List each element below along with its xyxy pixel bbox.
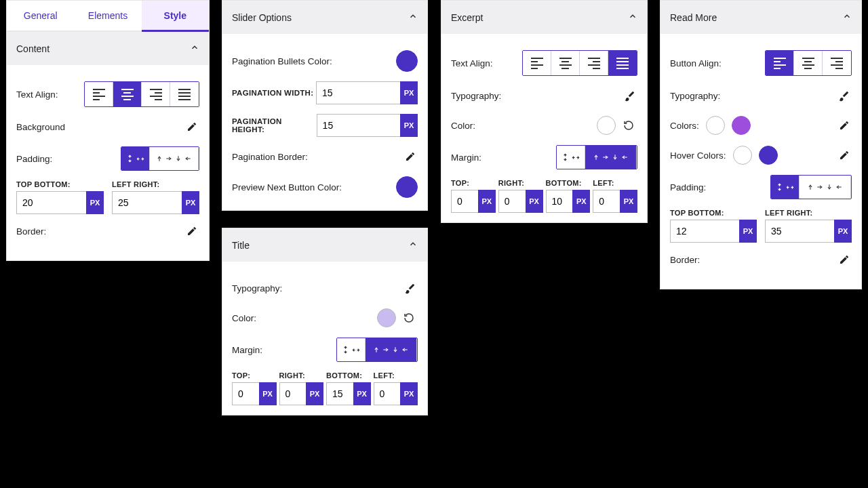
button-align-label: Button Align: (670, 58, 722, 68)
align-left-button[interactable] (766, 51, 794, 75)
excerpt-align-group (522, 50, 637, 76)
readmore-padding-tb-field[interactable] (670, 220, 739, 243)
tab-elements[interactable]: Elements (74, 1, 141, 30)
title-typo-label: Typography: (232, 283, 282, 293)
padding-linked-button[interactable] (121, 147, 150, 170)
margin-linked-button[interactable] (557, 146, 585, 169)
readmore-padding-label: Padding: (670, 182, 706, 192)
margin-linked-button[interactable] (337, 338, 366, 361)
margin-unlinked-button[interactable] (366, 338, 417, 361)
colors-label: Colors: (670, 121, 699, 131)
title-margin-left-field[interactable] (374, 382, 401, 405)
align-right-button[interactable] (580, 51, 608, 75)
hover-a-swatch[interactable] (733, 146, 752, 165)
content-header[interactable]: Content (7, 32, 209, 65)
readmore-header[interactable]: Read More (660, 1, 861, 34)
colors-a-swatch[interactable] (706, 116, 725, 135)
unit-px-button[interactable]: PX (400, 382, 418, 405)
excerpt-margin-right-field[interactable] (498, 190, 526, 213)
hover-b-swatch[interactable] (759, 146, 778, 165)
unit-px-button[interactable]: PX (620, 190, 637, 213)
unit-px-button[interactable]: PX (478, 190, 496, 213)
align-center-button[interactable] (551, 51, 580, 75)
align-center-button[interactable] (794, 51, 823, 75)
unit-px-button[interactable]: PX (400, 114, 418, 137)
unit-px-button[interactable]: PX (739, 220, 757, 243)
pagination-border-label: Pagination Border: (232, 152, 308, 162)
unit-px-button[interactable]: PX (400, 81, 418, 104)
align-center-button[interactable] (113, 82, 142, 106)
title-margin-bottom-field[interactable] (326, 382, 353, 405)
next-button-color-swatch[interactable] (396, 176, 418, 198)
margin-right-label: RIGHT: (279, 371, 324, 380)
margin-unlinked-button[interactable] (585, 146, 637, 169)
unit-px-button[interactable]: PX (259, 382, 277, 405)
tab-style[interactable]: Style (142, 1, 209, 32)
excerpt-margin-top-field[interactable] (451, 190, 478, 213)
pagination-height-field[interactable] (317, 114, 400, 137)
button-align-group (765, 50, 852, 76)
brush-icon[interactable] (837, 88, 852, 103)
align-left-button[interactable] (523, 51, 551, 75)
bullets-color-swatch[interactable] (396, 50, 418, 72)
pencil-icon[interactable] (837, 118, 852, 133)
margin-top-label: TOP: (451, 179, 496, 187)
align-justify-button[interactable] (608, 51, 637, 75)
align-left-button[interactable] (85, 82, 113, 106)
padding-tb-field[interactable] (16, 191, 86, 214)
excerpt-header[interactable]: Excerpt (441, 1, 647, 34)
excerpt-color-swatch[interactable] (597, 116, 616, 135)
padding-tb-input: PX (16, 191, 104, 214)
slider-header[interactable]: Slider Options (222, 1, 427, 34)
title-margin-right-field[interactable] (279, 382, 307, 405)
padding-unlinked-button[interactable] (150, 147, 199, 170)
unit-px-button[interactable]: PX (182, 191, 199, 214)
padding-lr-field[interactable] (112, 191, 182, 214)
title-header[interactable]: Title (222, 228, 427, 262)
brush-icon[interactable] (403, 281, 418, 296)
readmore-border-label: Border: (670, 255, 700, 265)
pagination-height-input: PX (317, 114, 418, 137)
pagination-width-field[interactable] (316, 81, 400, 104)
unit-px-button[interactable]: PX (86, 191, 104, 214)
padding-linked-button[interactable] (771, 176, 800, 199)
padding-unlinked-button[interactable] (800, 176, 851, 199)
pencil-icon[interactable] (837, 148, 852, 163)
top-bottom-label: TOP BOTTOM: (16, 180, 104, 188)
title-color-swatch[interactable] (377, 308, 396, 327)
readmore-lr-label: LEFT RIGHT: (765, 209, 852, 217)
margin-left-label: LEFT: (593, 179, 637, 187)
title-margin-top-field[interactable] (232, 382, 259, 405)
pencil-icon[interactable] (403, 149, 418, 164)
slider-title: Slider Options (232, 12, 292, 23)
excerpt-margin-left-field[interactable] (593, 190, 620, 213)
readmore-tb-label: TOP BOTTOM: (670, 209, 757, 217)
pencil-icon[interactable] (837, 252, 852, 267)
margin-bottom-label: BOTTOM: (546, 179, 591, 187)
reset-icon[interactable] (400, 308, 418, 327)
left-right-label: LEFT RIGHT: (112, 180, 199, 188)
brush-icon[interactable] (623, 88, 637, 103)
readmore-padding-lr-field[interactable] (765, 220, 834, 243)
excerpt-margin-link-group (556, 145, 637, 169)
unit-px-button[interactable]: PX (572, 190, 590, 213)
unit-px-button[interactable]: PX (834, 220, 852, 243)
align-justify-button[interactable] (170, 82, 199, 106)
align-right-button[interactable] (823, 51, 851, 75)
unit-px-button[interactable]: PX (306, 382, 323, 405)
reset-icon[interactable] (620, 116, 637, 135)
excerpt-margin-bottom-field[interactable] (546, 190, 573, 213)
margin-left-label: LEFT: (374, 371, 418, 380)
unit-px-button[interactable]: PX (353, 382, 371, 405)
title-margin-link-group (336, 338, 418, 362)
pencil-icon[interactable] (184, 224, 199, 239)
title-color-label: Color: (232, 313, 256, 323)
tab-general[interactable]: General (7, 1, 74, 30)
pencil-icon[interactable] (184, 119, 199, 134)
unit-px-button[interactable]: PX (526, 190, 543, 213)
excerpt-margin-label: Margin: (451, 152, 481, 163)
readmore-padding-link-group (770, 175, 852, 199)
align-right-button[interactable] (142, 82, 170, 106)
colors-b-swatch[interactable] (732, 116, 751, 135)
excerpt-color-label: Color: (451, 121, 475, 131)
